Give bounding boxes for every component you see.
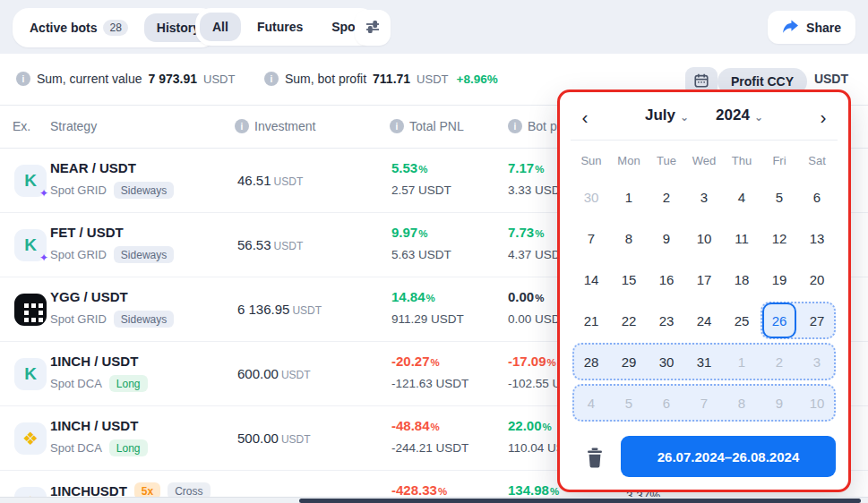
calendar-day[interactable]: 2 — [761, 341, 798, 382]
calendar-day[interactable]: 1 — [610, 176, 648, 217]
info-icon: i — [16, 72, 30, 86]
calendar-day[interactable]: 18 — [723, 259, 761, 300]
column-header-total-pnl: i Total PNL — [390, 119, 464, 133]
calendar-day[interactable]: 15 — [610, 259, 648, 300]
strategy-type: Spot DCA — [50, 441, 102, 455]
calendar-day[interactable]: 7 — [572, 217, 610, 259]
toolbar: Active bots 28 History All Futures Spot … — [0, 0, 868, 54]
calendar-day[interactable]: 31 — [685, 341, 723, 382]
total-pnl-cell: -48.84% -244.21 USDT — [391, 418, 468, 455]
sum-current-value: i Sum, current value 7 973.91 USDT — [16, 72, 235, 86]
direction-badge: Sideways — [114, 311, 174, 328]
column-header-strategy: Strategy — [50, 119, 97, 133]
bots-history-screen: Active bots 28 History All Futures Spot … — [0, 0, 868, 503]
total-pnl-cell: 14.84% 911.29 USDT — [391, 289, 464, 326]
calendar-day[interactable]: 23 — [648, 300, 685, 341]
calendar-day[interactable]: 25 — [723, 300, 761, 341]
usdt-option[interactable]: USDT — [814, 72, 848, 86]
calendar-day[interactable]: 3 — [798, 341, 836, 382]
total-pnl-cell: 5.53% 2.57 USDT — [391, 160, 451, 197]
calendar-day[interactable]: 27 — [798, 300, 836, 341]
calendar-day[interactable]: 9 — [761, 382, 798, 423]
filter-settings-button[interactable] — [355, 10, 391, 46]
calendar-day[interactable]: 30 — [572, 176, 610, 217]
chevron-down-icon: ⌄ — [680, 111, 689, 124]
pair-name: YGG / USDT — [50, 289, 128, 304]
apply-range-button[interactable]: 26.07.2024–26.08.2024 — [621, 436, 836, 477]
calendar-day[interactable]: 22 — [610, 300, 648, 341]
info-icon: i — [235, 119, 249, 133]
calendar-day[interactable]: 19 — [761, 259, 798, 300]
strategy-type: Spot GRID — [50, 183, 107, 197]
calendar-day[interactable]: 16 — [648, 259, 685, 300]
market-filter-group: All Futures Spot — [195, 8, 376, 46]
calendar-day-selected[interactable]: 26 — [761, 300, 798, 341]
strategy-type: Spot DCA — [50, 377, 102, 390]
kucoin-ai-exchange-icon: K✦ — [14, 229, 47, 261]
info-icon: i — [508, 119, 522, 133]
info-icon: i — [264, 72, 279, 86]
calendar-day[interactable]: 8 — [610, 217, 648, 259]
calendar-day[interactable]: 17 — [685, 259, 723, 300]
share-button[interactable]: Share — [768, 11, 855, 44]
calendar-day[interactable]: 10 — [685, 217, 723, 259]
month-select[interactable]: July ⌄ — [645, 107, 689, 124]
pair-name: 1INCH / USDT — [50, 354, 138, 369]
strategy-type: Spot GRID — [50, 248, 107, 261]
calendar-day[interactable]: 12 — [761, 217, 798, 259]
calendar-day[interactable]: 21 — [572, 300, 610, 341]
calendar-day[interactable]: 11 — [723, 217, 761, 259]
calendar-day[interactable]: 10 — [798, 382, 836, 423]
calendar-day[interactable]: 20 — [798, 259, 836, 300]
calendar-day[interactable]: 5 — [761, 176, 798, 217]
calendar-day[interactable]: 6 — [798, 176, 836, 217]
direction-badge: Long — [109, 375, 148, 392]
year-select[interactable]: 2024 ⌄ — [716, 107, 763, 124]
calendar-day[interactable]: 3 — [685, 176, 723, 217]
sum-bot-profit-currency: USDT — [417, 72, 448, 86]
year-label: 2024 — [716, 107, 750, 124]
calendar-day[interactable]: 28 — [572, 341, 610, 382]
share-label: Share — [806, 21, 841, 35]
calendar-day[interactable]: 4 — [572, 382, 610, 423]
calendar-day[interactable]: 5 — [610, 382, 648, 423]
filter-all[interactable]: All — [200, 13, 241, 41]
filter-futures[interactable]: Futures — [245, 13, 315, 41]
calendar-day[interactable]: 30 — [648, 341, 685, 382]
calendar-divider — [571, 140, 838, 141]
sum-current-value-currency: USDT — [203, 72, 235, 86]
month-label: July — [645, 107, 675, 124]
calendar-icon — [693, 72, 709, 91]
bots-tab-group: Active bots 28 History — [13, 8, 217, 47]
share-icon — [782, 19, 799, 37]
calendar-day[interactable]: 29 — [610, 341, 648, 382]
next-month-button[interactable]: › — [811, 105, 836, 130]
investment-value: 56.53USDT — [237, 237, 303, 252]
investment-value: 600.00USDT — [237, 366, 311, 381]
tab-active-bots-label: Active bots — [30, 21, 97, 35]
tab-active-bots[interactable]: Active bots 28 — [17, 13, 141, 43]
calendar-day[interactable]: 13 — [798, 217, 836, 259]
sliders-icon — [364, 18, 382, 38]
calendar-day[interactable]: 6 — [648, 382, 685, 423]
sum-bot-profit-number: 711.71 — [373, 72, 410, 86]
calendar-day[interactable]: 8 — [723, 382, 761, 423]
total-pnl-cell: -428.33% — [391, 482, 447, 498]
calendar-day[interactable]: 2 — [648, 176, 685, 217]
calendar-day[interactable]: 14 — [572, 259, 610, 300]
column-header-investment: i Investment — [235, 119, 315, 133]
bot-profit-cell: 134.98% — [508, 482, 559, 498]
investment-value: 500.00USDT — [237, 431, 311, 446]
chevron-down-icon: ⌄ — [754, 111, 763, 124]
clear-range-button[interactable] — [583, 447, 606, 470]
horizontal-scrollbar-thumb[interactable] — [299, 499, 861, 503]
calendar-day[interactable]: 1 — [723, 341, 761, 382]
calendar-day[interactable]: 24 — [685, 300, 723, 341]
total-pnl-cell: -20.27% -121.63 USDT — [391, 354, 468, 390]
column-header-ex: Ex. — [13, 119, 30, 133]
calendar-day[interactable]: 9 — [648, 217, 685, 259]
ygg-exchange-icon — [14, 294, 47, 326]
calendar-day[interactable]: 7 — [685, 382, 723, 423]
horizontal-scrollbar-track[interactable] — [0, 497, 868, 503]
calendar-day[interactable]: 4 — [723, 176, 761, 217]
